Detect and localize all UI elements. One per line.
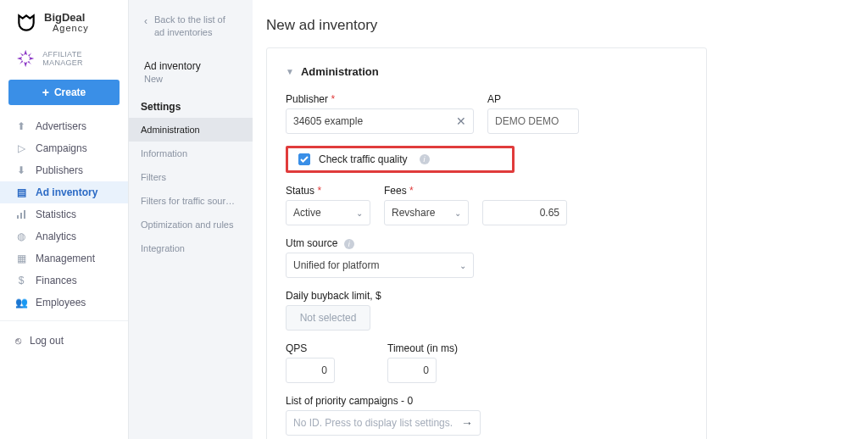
settings-information[interactable]: Information [129, 142, 253, 165]
nav-label: Finances [36, 275, 77, 286]
nav-label: Analytics [36, 231, 76, 242]
nav-label: Statistics [36, 208, 76, 220]
svg-marker-7 [19, 53, 24, 56]
settings-administration[interactable]: Administration [129, 118, 253, 142]
svg-marker-3 [17, 57, 22, 60]
dollar-icon: $ [15, 275, 27, 286]
role-label: AFFILIATE MANAGER [42, 50, 120, 67]
status-select[interactable]: Active⌄ [286, 200, 370, 225]
chevron-down-icon: ⌄ [454, 208, 461, 218]
arrow-right-icon: → [461, 416, 473, 430]
main-sidebar: BigDeal Agency AFFILIATE MANAGER + Creat… [0, 0, 129, 439]
chart-icon [15, 208, 27, 220]
timeout-label: Timeout (in ms) [387, 342, 458, 354]
page-title: New ad inventory [266, 0, 854, 47]
svg-marker-4 [28, 53, 31, 57]
nav-employees[interactable]: 👥Employees [0, 292, 128, 314]
administration-card: ▼ Administration Publisher * 34605 examp… [266, 47, 707, 439]
settings-integration[interactable]: Integration [129, 236, 253, 260]
brand: BigDeal Agency [0, 0, 128, 39]
main-content: New ad inventory ▼ Administration Publis… [253, 0, 868, 439]
chevron-down-icon: ⌄ [356, 208, 363, 218]
nav-statistics[interactable]: Statistics [0, 203, 128, 225]
users-icon: 👥 [15, 297, 27, 308]
brand-name-1: BigDeal [44, 12, 89, 24]
status-label: Status * [286, 185, 370, 197]
brand-name-2: Agency [44, 24, 89, 34]
svg-marker-2 [24, 62, 27, 67]
settings-filters[interactable]: Filters [129, 165, 253, 189]
nav-label: Ad inventory [36, 186, 97, 198]
ap-value: DEMO DEMO [487, 108, 579, 134]
upload-icon: ⬆ [15, 120, 27, 132]
settings-header: Settings [129, 91, 253, 118]
back-text-2: ad inventories [154, 26, 225, 39]
fees-amount-input[interactable] [482, 200, 567, 225]
chevron-down-icon: ⌄ [459, 261, 466, 270]
svg-marker-6 [19, 60, 23, 64]
list-icon: ▤ [15, 186, 27, 198]
nav-finances[interactable]: $Finances [0, 270, 128, 292]
nav-analytics[interactable]: ◍Analytics [0, 225, 128, 247]
publisher-input[interactable]: 34605 example ✕ [286, 108, 474, 134]
check-traffic-container: Check traffic quality i [286, 146, 515, 173]
download-icon: ⬇ [15, 164, 27, 176]
logout-link[interactable]: ⎋Log out [0, 328, 128, 353]
timeout-input[interactable] [387, 358, 437, 383]
section-title: Ad inventory [129, 48, 253, 74]
svg-rect-10 [24, 210, 25, 219]
nav-advertisers[interactable]: ⬆Advertisers [0, 115, 128, 137]
info-icon[interactable]: i [344, 239, 354, 249]
chevron-left-icon: ‹ [144, 14, 147, 29]
logout-icon: ⎋ [15, 335, 21, 347]
nav-campaigns[interactable]: ▷Campaigns [0, 137, 128, 159]
nav-management[interactable]: ▦Management [0, 247, 128, 270]
nav-label: Publishers [36, 164, 83, 176]
nav-publishers[interactable]: ⬇Publishers [0, 159, 128, 181]
fees-value: Revshare [392, 207, 435, 219]
nav-label: Management [36, 253, 95, 264]
back-link[interactable]: ‹ Back to the list of ad inventories [129, 5, 253, 48]
svg-marker-5 [27, 61, 31, 64]
card-header[interactable]: ▼ Administration [286, 65, 687, 78]
qps-label: QPS [286, 342, 335, 354]
plus-icon: + [42, 86, 49, 99]
priority-input[interactable]: No ID. Press to display list settings. → [286, 410, 481, 436]
svg-marker-0 [24, 50, 27, 55]
check-traffic-label: Check traffic quality [319, 153, 408, 165]
nav-ad-inventory[interactable]: ▤Ad inventory [0, 181, 128, 203]
play-icon: ▷ [15, 142, 27, 154]
globe-icon: ◍ [15, 231, 27, 242]
create-label: Create [54, 86, 86, 98]
priority-label: List of priority campaigns - 0 [286, 395, 687, 407]
publisher-value: 34605 example [293, 115, 363, 127]
info-icon[interactable]: i [420, 154, 430, 164]
fees-select[interactable]: Revshare⌄ [384, 200, 469, 225]
nav-label: Advertisers [36, 120, 86, 132]
back-text-1: Back to the list of [154, 14, 225, 26]
status-value: Active [293, 207, 321, 219]
nav-label: Employees [36, 297, 86, 308]
utm-value: Unified for platform [293, 259, 379, 271]
settings-optimization[interactable]: Optimization and rules [129, 213, 253, 236]
fees-label: Fees * [384, 185, 469, 197]
clear-icon[interactable]: ✕ [456, 114, 466, 128]
utm-select[interactable]: Unified for platform⌄ [286, 253, 474, 278]
grid-icon: ▦ [15, 253, 27, 264]
logout-label: Log out [30, 335, 64, 347]
check-traffic-checkbox[interactable] [298, 153, 310, 165]
affiliate-block: AFFILIATE MANAGER [0, 39, 128, 73]
settings-sidebar: ‹ Back to the list of ad inventories Ad … [129, 0, 253, 439]
priority-placeholder: No ID. Press to display list settings. [293, 417, 453, 429]
qps-input[interactable] [286, 358, 335, 383]
create-button[interactable]: + Create [8, 80, 120, 105]
ap-label: AP [487, 93, 579, 105]
brand-logo-icon [15, 12, 37, 34]
card-title: Administration [301, 65, 379, 78]
utm-label: Utm source i [286, 237, 474, 249]
settings-filters-traffic[interactable]: Filters for traffic sour… [129, 189, 253, 213]
daily-input[interactable]: Not selected [286, 305, 370, 331]
svg-rect-8 [17, 215, 19, 219]
chevron-down-icon: ▼ [286, 67, 294, 76]
svg-rect-9 [20, 213, 22, 219]
